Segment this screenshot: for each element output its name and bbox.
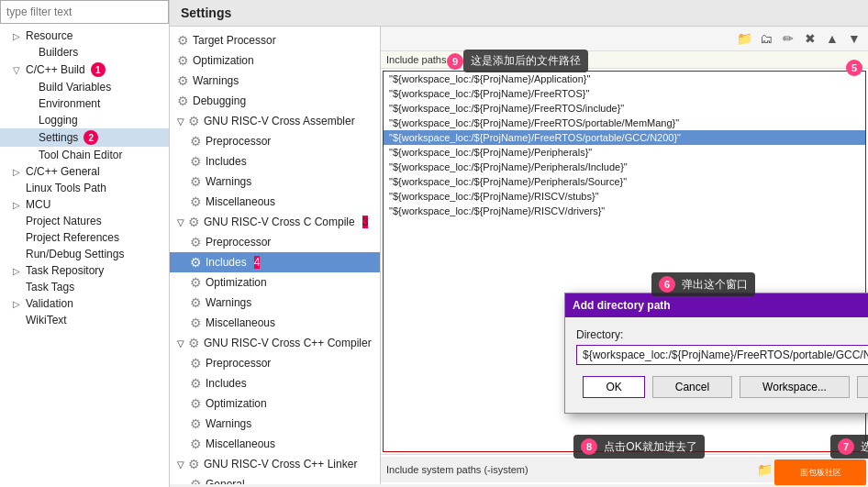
annotation-9: 这是添加后的文件路径 [463,50,588,72]
mtree-debugging[interactable]: ⚙Debugging [170,91,380,111]
dialog-body: Directory: OK Cancel Workspace... File s… [565,317,868,413]
content-area: Settings ⚙Target Processor ⚙Optimization… [170,0,868,487]
sidebar-item-toolchain[interactable]: Tool Chain Editor [0,147,169,163]
sidebar-item-projectnatures[interactable]: Project Natures [0,213,169,229]
sidebar-item-linuxtools[interactable]: Linux Tools Path [0,180,169,196]
mtree-asm-preprocessor[interactable]: ⚙Preprocessor [170,131,380,151]
mtree-crosscpp[interactable]: ▽ ⚙GNU RISC-V Cross C++ Compiler [170,333,380,353]
sidebar-item-resource[interactable]: ▷Resource [0,28,169,44]
delete-btn[interactable]: ✖ [800,28,820,49]
edit-btn[interactable]: ✏ [778,28,798,49]
mtree-crossc-warnings[interactable]: ⚙Warnings [170,293,380,313]
sidebar-item-settings[interactable]: Settings 2 [0,128,169,147]
add-folder-btn[interactable]: 📁 [734,28,754,49]
path-item-1[interactable]: "${workspace_loc:/${ProjName}/FreeRTOS}" [384,86,865,101]
mtree-targetprocessor[interactable]: ⚙Target Processor [170,30,380,50]
mtree-crosscpp-preprocessor[interactable]: ⚙Preprocessor [170,353,380,373]
mtree-crosscpp-optimization[interactable]: ⚙Optimization [170,393,380,414]
mtree-crossc-preprocessor[interactable]: ⚙Preprocessor [170,232,380,252]
sidebar-item-rundebug[interactable]: Run/Debug Settings [0,246,169,262]
path-item-4[interactable]: "${workspace_loc:/${ProjName}/FreeRTOS/p… [384,130,865,145]
mtree-asm-misc[interactable]: ⚙Miscellaneous [170,192,380,212]
middle-tree: ⚙Target Processor ⚙Optimization ⚙Warning… [170,27,381,484]
sidebar: ▷Resource Builders ▽C/C++ Build 1 Build … [0,0,170,487]
sidebar-item-mcu[interactable]: ▷MCU [0,196,169,213]
sidebar-item-taskrepo[interactable]: ▷Task Repository [0,262,169,279]
sidebar-item-cppgeneral[interactable]: ▷C/C++ General [0,163,169,180]
sidebar-item-cppbuild[interactable]: ▽C/C++ Build 1 [0,61,169,79]
ok-button[interactable]: OK [583,376,644,398]
mtree-crosscpp-misc[interactable]: ⚙Miscellaneous [170,434,380,454]
path-item-7[interactable]: "${workspace_loc:/${ProjName}/Peripheral… [384,174,865,189]
sidebar-item-wikitext[interactable]: WikiText [0,312,169,328]
main-container: ▷Resource Builders ▽C/C++ Build 1 Build … [0,0,868,487]
directory-label: Directory: [576,328,868,341]
mtree-crosscpp-includes[interactable]: ⚙Includes [170,373,380,393]
tree-area: ▷Resource Builders ▽C/C++ Build 1 Build … [0,24,169,487]
path-item-8[interactable]: "${workspace_loc:/${ProjName}/RISCV/stub… [384,189,865,204]
sys-add-btn[interactable]: 📁 [754,459,774,480]
sidebar-item-projectrefs[interactable]: Project References [0,229,169,246]
add-workspace-btn[interactable]: 🗂 [756,28,776,49]
mtree-asm-includes[interactable]: ⚙Includes [170,151,380,172]
path-item-2[interactable]: "${workspace_loc:/${ProjName}/FreeRTOS/i… [384,101,865,116]
filesystem-button[interactable]: File system... [857,376,868,398]
mtree-linker-general[interactable]: ⚙General [170,474,380,484]
bubble-9: 9 [447,53,463,70]
settings-panel: ⚙Target Processor ⚙Optimization ⚙Warning… [170,27,868,484]
mtree-warnings[interactable]: ⚙Warnings [170,71,380,91]
path-item-5[interactable]: "${workspace_loc:/${ProjName}/Peripheral… [384,145,865,160]
mtree-crossc-misc[interactable]: ⚙Miscellaneous [170,313,380,333]
page-title: Settings [170,0,868,27]
path-item-6[interactable]: "${workspace_loc:/${ProjName}/Peripheral… [384,160,865,174]
sidebar-item-logging[interactable]: Logging [0,112,169,128]
mtree-crosscpp-warnings[interactable]: ⚙Warnings [170,414,380,434]
dialog-buttons: OK Cancel Workspace... File system... [576,376,868,402]
move-up-btn[interactable]: ▲ [822,28,842,49]
mtree-optimization[interactable]: ⚙Optimization [170,50,380,71]
mtree-asm-warnings[interactable]: ⚙Warnings [170,172,380,192]
sidebar-item-validation[interactable]: ▷Validation [0,295,169,312]
dialog-title-text: Add directory path [573,299,671,312]
mtree-linker[interactable]: ▽ ⚙GNU RISC-V Cross C++ Linker [170,454,380,474]
path-item-3[interactable]: "${workspace_loc:/${ProjName}/FreeRTOS/p… [384,116,865,130]
right-panel: 5 📁 🗂 ✏ ✖ ▲ ▼ Include paths (-I) 这是添加后的文… [381,27,868,484]
watermark: 面包板社区 [774,459,866,485]
move-down-btn[interactable]: ▼ [844,28,864,49]
mtree-crossc[interactable]: ▽ ⚙GNU RISC-V Cross C Compile3 [170,212,380,232]
mtree-crossc-optimization[interactable]: ⚙Optimization [170,272,380,293]
sidebar-item-tasktags[interactable]: Task Tags [0,279,169,295]
path-item-9[interactable]: "${workspace_loc:/${ProjName}/RISCV/driv… [384,204,865,218]
add-directory-dialog: Add directory path ✕ Directory: OK Cance… [564,293,868,414]
dialog-title-bar: Add directory path ✕ [565,293,868,317]
right-panel-toolbar: 5 📁 🗂 ✏ ✖ ▲ ▼ [381,27,868,51]
sidebar-item-environment[interactable]: Environment [0,95,169,112]
mtree-crossc-includes[interactable]: ⚙Includes4 [170,252,380,272]
path-item-0[interactable]: "${workspace_loc:/${ProjName}/Applicatio… [384,72,865,86]
mtree-assembler[interactable]: ▽ ⚙GNU RISC-V Cross Assembler [170,111,380,131]
workspace-button[interactable]: Workspace... [740,376,850,398]
sidebar-item-buildvars[interactable]: Build Variables [0,79,169,95]
cancel-button[interactable]: Cancel [652,376,732,398]
directory-input[interactable] [576,345,868,365]
sidebar-item-builders[interactable]: Builders [0,44,169,61]
filter-input[interactable] [0,0,169,24]
